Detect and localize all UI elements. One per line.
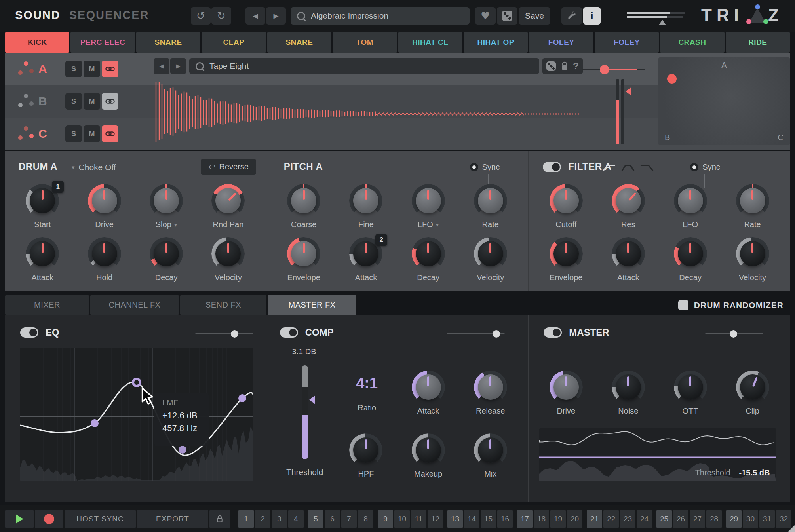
preset-search[interactable] — [291, 7, 470, 25]
master-mix-slider[interactable] — [705, 333, 763, 334]
help-icon[interactable]: ? — [573, 61, 579, 72]
eq-graph[interactable] — [20, 348, 253, 481]
knob-release[interactable]: Release — [459, 370, 521, 416]
knob-ott[interactable]: OTT — [659, 370, 721, 416]
step-18[interactable]: 18 — [534, 510, 549, 528]
step-7[interactable]: 7 — [341, 510, 357, 528]
settings-button[interactable] — [561, 7, 582, 25]
layer-c-mute-button[interactable]: M — [84, 125, 100, 142]
redo-button[interactable]: ↻ — [211, 7, 231, 25]
knob-drive[interactable]: Drive — [535, 370, 597, 416]
host-sync-button[interactable]: HOST SYNC — [65, 510, 136, 528]
step-3[interactable]: 3 — [272, 510, 287, 528]
step-23[interactable]: 23 — [620, 510, 635, 528]
layer-a-link-button[interactable] — [102, 61, 118, 77]
knob-mix[interactable]: Mix — [459, 433, 521, 479]
choke-dropdown[interactable]: ▾ Choke Off — [72, 163, 116, 172]
step-19[interactable]: 19 — [550, 510, 566, 528]
step-11[interactable]: 11 — [411, 510, 426, 528]
layer-c-link-button[interactable] — [102, 125, 118, 142]
tab-send-fx[interactable]: SEND FX — [180, 295, 266, 315]
tab-channel-fx[interactable]: CHANNEL FX — [90, 295, 179, 315]
knob-attack[interactable]: Attack — [397, 370, 459, 416]
knob-envelope[interactable]: Envelope — [273, 237, 335, 283]
preset-next-button[interactable]: ▶ — [266, 7, 286, 25]
pattern-lock-button[interactable] — [209, 510, 230, 528]
pad-crash[interactable]: CRASH — [660, 32, 724, 53]
export-button[interactable]: EXPORT — [137, 510, 208, 528]
step-8[interactable]: 8 — [358, 510, 373, 528]
knob-fine[interactable]: Fine — [335, 184, 397, 230]
knob-slop[interactable]: Slop▾ — [135, 184, 197, 230]
layer-row-c[interactable]: C S M — [5, 118, 152, 150]
pad-snare[interactable]: SNARE — [267, 32, 331, 53]
pad-clap[interactable]: CLAP — [202, 32, 266, 53]
step-2[interactable]: 2 — [255, 510, 270, 528]
step-14[interactable]: 14 — [464, 510, 479, 528]
step-9[interactable]: 9 — [378, 510, 393, 528]
step-17[interactable]: 17 — [517, 510, 533, 528]
preset-search-input[interactable] — [310, 11, 470, 21]
pad-perc-elec[interactable]: PERC ELEC — [70, 32, 135, 53]
step-29[interactable]: 29 — [726, 510, 742, 528]
waveform-display[interactable] — [154, 79, 582, 144]
drum-randomizer-button[interactable]: DRUM RANDOMIZER — [678, 295, 790, 315]
save-button[interactable]: Save — [519, 7, 550, 25]
step-25[interactable]: 25 — [656, 510, 672, 528]
layer-a-mute-button[interactable]: M — [84, 61, 100, 77]
lock-icon[interactable] — [560, 61, 569, 71]
knob-decay[interactable]: Decay — [659, 237, 721, 283]
knob-attack[interactable]: 2Attack — [335, 237, 397, 283]
layer-a-solo-button[interactable]: S — [65, 61, 82, 77]
step-1[interactable]: 1 — [238, 510, 254, 528]
knob-velocity[interactable]: Velocity — [459, 237, 521, 283]
knob-drive[interactable]: Drive — [73, 184, 135, 230]
step-27[interactable]: 27 — [690, 510, 705, 528]
step-12[interactable]: 12 — [428, 510, 443, 528]
reverse-button[interactable]: ↩ Reverse — [201, 159, 256, 175]
pitch-sync-toggle[interactable]: Sync — [470, 163, 500, 172]
sample-random-icon[interactable] — [546, 61, 556, 71]
sample-slider-handle[interactable] — [600, 65, 609, 74]
knob-attack[interactable]: Attack — [597, 237, 659, 283]
layer-row-b[interactable]: B S M — [5, 85, 152, 118]
layer-b-mute-button[interactable]: M — [84, 93, 100, 110]
pad-tom[interactable]: TOM — [333, 32, 397, 53]
knob-rate[interactable]: Rate — [721, 184, 784, 230]
xy-cursor[interactable] — [667, 74, 677, 84]
filter-enable-toggle[interactable] — [543, 162, 561, 172]
tab-master-fx[interactable]: MASTER FX — [268, 295, 356, 315]
step-13[interactable]: 13 — [447, 510, 463, 528]
comp-mix-handle[interactable] — [493, 330, 500, 338]
step-16[interactable]: 16 — [497, 510, 513, 528]
pad-ride[interactable]: RIDE — [726, 32, 790, 53]
highpass-icon[interactable] — [602, 163, 616, 172]
master-scope[interactable]: Threshold -15.5 dB — [539, 428, 776, 481]
sample-search[interactable] — [189, 58, 539, 74]
master-mix-handle[interactable] — [730, 330, 737, 338]
step-26[interactable]: 26 — [673, 510, 688, 528]
master-enable-toggle[interactable] — [544, 327, 562, 338]
knob-hpf[interactable]: HPF — [335, 433, 397, 479]
layer-b-link-button[interactable] — [102, 93, 118, 110]
filter-sync-toggle[interactable]: Sync — [690, 163, 720, 172]
knob-start[interactable]: 1Start — [11, 184, 73, 230]
eq-enable-toggle[interactable] — [20, 327, 38, 338]
pad-foley[interactable]: FOLEY — [595, 32, 659, 53]
xy-morph-pad[interactable]: A B C — [658, 57, 790, 145]
knob-lfo[interactable]: LFO▾ — [397, 184, 459, 230]
knob-lfo[interactable]: LFO — [659, 184, 721, 230]
knob-velocity[interactable]: Velocity — [721, 237, 784, 283]
pad-snare[interactable]: SNARE — [136, 32, 200, 53]
knob-makeup[interactable]: Makeup — [397, 433, 459, 479]
knob-res[interactable]: Res — [597, 184, 659, 230]
sample-search-input[interactable] — [209, 61, 539, 71]
knob-decay[interactable]: Decay — [397, 237, 459, 283]
knob-rate[interactable]: Rate — [459, 184, 521, 230]
tab-mixer[interactable]: MIXER — [5, 295, 89, 315]
step-21[interactable]: 21 — [587, 510, 602, 528]
step-24[interactable]: 24 — [637, 510, 652, 528]
knob-decay[interactable]: Decay — [135, 237, 197, 283]
knob-clip[interactable]: Clip — [721, 370, 784, 416]
pad-hihat-cl[interactable]: HIHAT CL — [398, 32, 462, 53]
